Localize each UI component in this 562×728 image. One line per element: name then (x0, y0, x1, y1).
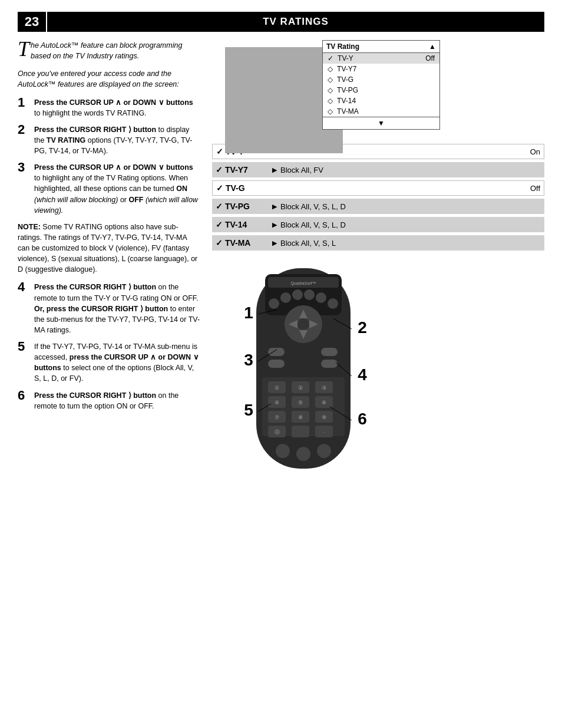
step-1: 1 Press the CURSOR UP ∧ or DOWN ∨ button… (18, 97, 200, 118)
rating-row-tvpg: ✓ TV-PG ▶ Block All, V, S, L, D (212, 199, 544, 214)
rating-row-tvg: ✓ TV-G Off (212, 180, 544, 196)
svg-text:⑤: ⑤ (298, 400, 303, 406)
content-area: T he AutoLock™ feature can block program… (18, 40, 544, 475)
step-2-number: 2 (18, 123, 31, 136)
svg-rect-19 (268, 360, 285, 368)
rating-row-tv14: ✓ TV-14 ▶ Block All, V, S, L, D (212, 217, 544, 232)
tvma-arrow: ▶ (272, 239, 277, 247)
step-5-text: If the TV-Y7, TV-PG, TV-14 or TV-MA sub-… (34, 341, 200, 384)
step-5-number: 5 (18, 340, 31, 353)
header: 23 TV RATINGS (18, 12, 544, 32)
step-3-number: 3 (18, 161, 31, 174)
right-column: TV Rating ▲ ✓ TV-Y Off ◇ TV-Y7 ◇ TV-G ◇ (212, 40, 544, 475)
step-3: 3 Press the CURSOR UP ∧ or DOWN ∨ button… (18, 162, 200, 216)
svg-text:6: 6 (358, 410, 367, 428)
remote-illustration: QuadraSurf™ (212, 256, 544, 475)
remote-svg: QuadraSurf™ (212, 256, 406, 475)
tv-menu-row-tvma: ◇ TV-MA (323, 106, 439, 117)
tv14-arrow: ▶ (272, 221, 277, 229)
tv-menu-down-arrow: ▼ (378, 119, 385, 127)
svg-text:4: 4 (358, 365, 367, 384)
tvy7-label: ✓ TV-Y7 (216, 165, 269, 174)
svg-text:1: 1 (244, 304, 253, 322)
dot-icon: ◇ (328, 97, 333, 105)
svg-text:⓪: ⓪ (275, 429, 280, 435)
svg-point-45 (276, 444, 290, 458)
tvma-label: ✓ TV-MA (216, 238, 269, 248)
step-5: 5 If the TV-Y7, TV-PG, TV-14 or TV-MA su… (18, 341, 200, 384)
tv-menu-row-tvg: ◇ TV-G (323, 74, 439, 85)
dot-icon: ◇ (328, 65, 333, 73)
drop-cap: T (18, 40, 29, 58)
tv-menu-box: TV Rating ▲ ✓ TV-Y Off ◇ TV-Y7 ◇ TV-G ◇ (322, 40, 440, 130)
svg-rect-41 (292, 426, 309, 437)
dot-icon: ◇ (328, 75, 333, 84)
step-1-number: 1 (18, 96, 31, 109)
tvma-value: Block All, V, S, L (280, 239, 336, 248)
tvg-label: ✓ TV-G (216, 183, 269, 193)
tv-menu-title: TV Rating (326, 42, 359, 51)
step-4-number: 4 (18, 281, 31, 294)
step-6: 6 Press the CURSOR RIGHT ⟩ button on the… (18, 390, 200, 411)
dot-icon: ◇ (328, 107, 333, 116)
svg-point-46 (296, 447, 310, 461)
svg-point-10 (297, 318, 309, 330)
tv-menu-row-tvy7: ◇ TV-Y7 (323, 64, 439, 74)
svg-point-15 (316, 292, 326, 303)
tvpg-label: ✓ TV-PG (216, 202, 269, 211)
tv-menu-up-arrow: ▲ (429, 42, 436, 51)
tvpg-value: Block All, V, S, L, D (280, 202, 346, 211)
svg-text:⑦: ⑦ (275, 414, 279, 420)
svg-text:⑥: ⑥ (322, 400, 326, 406)
check-icon: ✓ (328, 54, 333, 62)
step-6-text: Press the CURSOR RIGHT ⟩ button on the r… (34, 390, 200, 411)
svg-text:③: ③ (322, 385, 326, 391)
tvy-value: Off (425, 54, 435, 62)
tvg-status: Off (530, 184, 540, 193)
svg-point-11 (269, 298, 279, 309)
step-2-text: Press the CURSOR RIGHT ⟩ button to displ… (34, 124, 200, 156)
header-title: TV RATINGS (47, 12, 544, 32)
svg-point-47 (317, 444, 331, 458)
svg-point-14 (304, 289, 315, 300)
rating-row-tvy7: ✓ TV-Y7 ▶ Block All, FV (212, 162, 544, 177)
svg-rect-20 (321, 360, 338, 368)
note-box: NOTE: Some TV RATING options also have s… (18, 222, 200, 275)
tv14-value: Block All, V, S, L, D (280, 220, 346, 229)
steps-list: 1 Press the CURSOR UP ∧ or DOWN ∨ button… (18, 97, 200, 411)
tv-menu-graphic: TV Rating ▲ ✓ TV-Y Off ◇ TV-Y7 ◇ TV-G ◇ (218, 40, 544, 136)
svg-rect-17 (268, 348, 285, 356)
svg-text:②: ② (298, 385, 303, 391)
intro-text-body: he AutoLock™ feature can block programmi… (31, 41, 182, 60)
title-text: TV RATINGS (263, 16, 329, 28)
step-4: 4 Press the CURSOR RIGHT ⟩ button on the… (18, 282, 200, 335)
tvy-status: On (530, 147, 540, 156)
page-number: 23 (18, 12, 46, 32)
tv-menu-row-tvy: ✓ TV-Y Off (323, 53, 439, 64)
svg-text:QuadraSurf™: QuadraSurf™ (290, 281, 316, 286)
tv-menu-row-tvpg: ◇ TV-PG (323, 85, 439, 95)
step-1-text: Press the CURSOR UP ∧ or DOWN ∨ buttons … (34, 97, 200, 118)
step-3-text: Press the CURSOR UP ∧ or DOWN ∨ buttons … (34, 162, 200, 216)
intro-paragraph: T he AutoLock™ feature can block program… (18, 40, 200, 61)
tv-menu-header: TV Rating ▲ (323, 41, 439, 53)
tvy7-arrow: ▶ (272, 166, 277, 174)
tv14-label: ✓ TV-14 (216, 220, 269, 229)
tvy7-value: Block All, FV (280, 166, 323, 174)
svg-point-16 (328, 298, 338, 309)
svg-rect-18 (321, 348, 338, 356)
bottom-whitespace (18, 475, 544, 681)
once-text: Once you've entered your access code and… (18, 68, 200, 90)
svg-text:④: ④ (275, 400, 279, 406)
svg-text:⑨: ⑨ (322, 414, 326, 420)
page: 23 TV RATINGS T he AutoLock™ feature can… (0, 0, 562, 728)
svg-text:⑧: ⑧ (298, 414, 303, 420)
svg-point-12 (280, 292, 291, 303)
step-2: 2 Press the CURSOR RIGHT ⟩ button to dis… (18, 124, 200, 156)
dot-icon: ◇ (328, 86, 333, 94)
tvpg-arrow: ▶ (272, 203, 277, 210)
svg-point-13 (292, 289, 303, 300)
tv-menu-row-tv14: ◇ TV-14 (323, 95, 439, 106)
svg-text:3: 3 (244, 351, 253, 369)
left-column: T he AutoLock™ feature can block program… (18, 40, 200, 475)
